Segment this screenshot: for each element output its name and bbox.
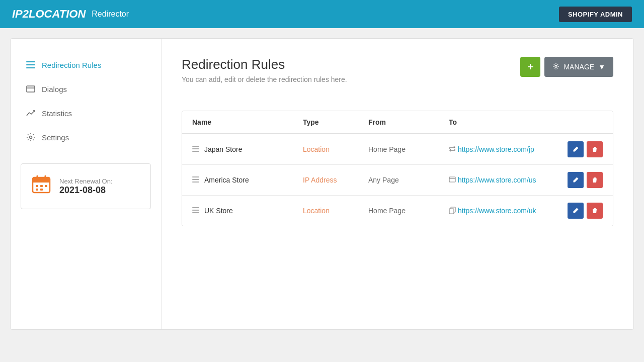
chevron-down-icon: ▼: [598, 63, 605, 71]
row-url: https://www.store.com/uk: [458, 207, 536, 215]
add-rule-button[interactable]: +: [520, 57, 540, 77]
sidebar-item-settings[interactable]: Settings: [21, 126, 151, 148]
cell-actions: [552, 172, 603, 188]
cell-actions: [552, 141, 603, 157]
row-url: https://www.store.com/us: [458, 176, 536, 184]
col-actions: [552, 118, 603, 126]
cell-name: America Store: [192, 176, 303, 184]
svg-rect-26: [192, 210, 199, 211]
redirect-icon: [449, 145, 456, 154]
calendar-icon: [31, 174, 51, 199]
main-content: Redirection Rules You can add, edit or d…: [162, 39, 633, 329]
svg-rect-2: [26, 67, 35, 68]
chart-icon: [26, 108, 36, 118]
manage-label: MANAGE: [564, 63, 594, 71]
svg-rect-15: [40, 189, 43, 191]
svg-rect-12: [40, 185, 43, 187]
cell-name: Japan Store: [192, 145, 303, 153]
svg-rect-20: [192, 176, 199, 177]
cell-type: IP Address: [303, 176, 368, 184]
shopify-admin-button[interactable]: SHOPIFY ADMIN: [559, 7, 632, 22]
cell-from: Home Page: [368, 207, 449, 215]
cell-actions: [552, 203, 603, 219]
svg-rect-23: [449, 177, 455, 182]
table-header: Name Type From To: [182, 111, 613, 134]
dialog-icon: [26, 84, 36, 94]
drag-handle-icon: [192, 146, 199, 153]
svg-rect-19: [192, 151, 199, 152]
col-to: To: [449, 118, 552, 126]
svg-rect-1: [26, 64, 35, 65]
page-subtitle: You can add, edit or delete the redirect…: [182, 75, 347, 83]
cell-from: Any Page: [368, 176, 449, 184]
app-header: IP2LOCATION Redirector SHOPIFY ADMIN: [0, 0, 644, 28]
svg-rect-17: [192, 146, 199, 147]
row-url: https://www.store.com/jp: [458, 145, 534, 153]
delete-button[interactable]: [587, 141, 603, 157]
svg-rect-14: [36, 189, 38, 191]
cell-type: Location: [303, 207, 368, 215]
sidebar-item-label: Dialogs: [42, 85, 67, 94]
row-name: UK Store: [204, 207, 233, 215]
drag-handle-icon: [192, 207, 199, 214]
svg-rect-22: [192, 182, 199, 183]
drag-handle-icon: [192, 176, 199, 184]
col-from: From: [368, 118, 449, 126]
cell-from: Home Page: [368, 145, 449, 153]
table-row: Japan Store Location Home Page https://w…: [182, 134, 613, 165]
cell-name: UK Store: [192, 207, 303, 215]
sidebar-item-label: Statistics: [42, 109, 72, 118]
sidebar-item-label: Redirection Rules: [42, 61, 101, 69]
svg-rect-29: [449, 209, 454, 214]
delete-button[interactable]: [587, 172, 603, 188]
cell-to: https://www.store.com/uk: [449, 207, 552, 215]
sidebar: Redirection Rules Dialogs: [11, 39, 162, 329]
edit-button[interactable]: [568, 141, 584, 157]
renewal-card: Next Renewal On: 2021-08-08: [21, 163, 151, 209]
svg-rect-25: [192, 207, 199, 208]
page-header: Redirection Rules You can add, edit or d…: [182, 57, 347, 99]
col-name: Name: [192, 118, 303, 126]
renewal-label: Next Renewal On:: [59, 177, 113, 185]
col-type: Type: [303, 118, 368, 126]
edit-button[interactable]: [568, 172, 584, 188]
list-icon: [26, 60, 36, 70]
brand: IP2LOCATION Redirector: [12, 8, 129, 21]
sidebar-item-label: Settings: [42, 133, 69, 142]
svg-rect-3: [27, 86, 35, 92]
window-icon: [449, 176, 456, 184]
toolbar: + MANAGE ▼: [520, 57, 613, 77]
delete-button[interactable]: [587, 203, 603, 219]
table-row: America Store IP Address Any Page https:…: [182, 165, 613, 196]
svg-rect-27: [192, 212, 199, 213]
svg-rect-8: [33, 181, 50, 183]
logo: IP2LOCATION: [12, 8, 86, 21]
app-subtitle: Redirector: [92, 10, 129, 19]
cell-to: https://www.store.com/jp: [449, 145, 552, 154]
gear-icon: [552, 63, 559, 71]
edit-button[interactable]: [568, 203, 584, 219]
renewal-date: 2021-08-08: [59, 185, 113, 196]
renewal-info: Next Renewal On: 2021-08-08: [59, 177, 113, 196]
sidebar-item-statistics[interactable]: Statistics: [21, 102, 151, 124]
main-container: Redirection Rules Dialogs: [10, 38, 634, 330]
svg-rect-18: [192, 148, 199, 149]
manage-button[interactable]: MANAGE ▼: [544, 57, 613, 77]
svg-rect-11: [36, 185, 38, 187]
svg-point-16: [555, 65, 557, 67]
sidebar-item-redirection-rules[interactable]: Redirection Rules: [21, 54, 151, 76]
cell-to: https://www.store.com/us: [449, 176, 552, 184]
rules-table: Name Type From To Japan Store: [182, 111, 613, 226]
row-name: America Store: [204, 176, 249, 184]
cell-type: Location: [303, 145, 368, 153]
sidebar-nav: Redirection Rules Dialogs: [21, 54, 151, 148]
table-row: UK Store Location Home Page https://www.…: [182, 196, 613, 226]
svg-rect-0: [26, 61, 35, 62]
svg-point-5: [30, 136, 32, 139]
sidebar-item-dialogs[interactable]: Dialogs: [21, 78, 151, 100]
svg-rect-13: [45, 185, 47, 187]
settings-icon: [26, 132, 36, 142]
row-name: Japan Store: [204, 145, 243, 153]
page-title: Redirection Rules: [182, 57, 347, 72]
copy-icon: [449, 207, 456, 215]
